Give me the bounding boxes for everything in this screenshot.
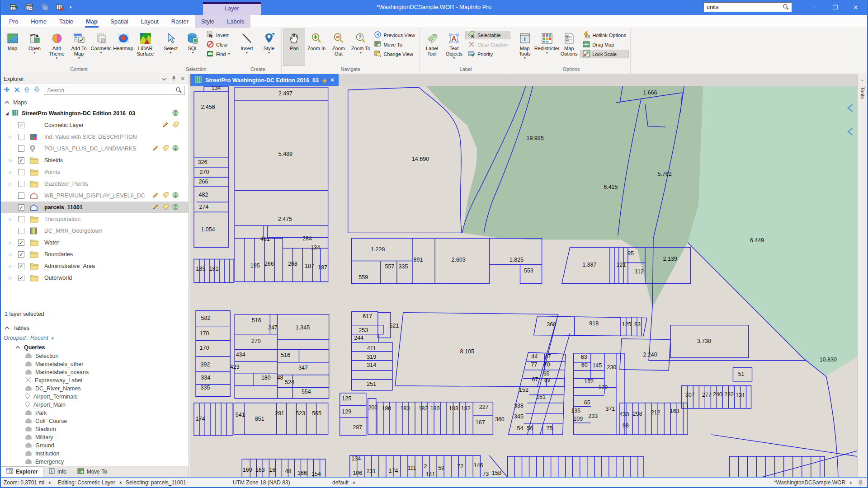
layer-visibility-checkbox[interactable]: ✓: [18, 157, 24, 164]
previous-view-button[interactable]: Previous View: [372, 31, 418, 39]
layer-visibility-checkbox[interactable]: ✓: [18, 263, 24, 269]
ribbon-tab-raster[interactable]: Raster: [165, 15, 195, 28]
status-workspace[interactable]: *WashingtonDCSample.WOR▲: [774, 479, 853, 486]
query-item-airport_terminals[interactable]: Airport_Terminals: [0, 393, 189, 401]
query-item-dc_river_names[interactable]: DC_River_Names: [0, 385, 189, 393]
remove-layer-icon[interactable]: [14, 86, 20, 94]
layer-row-dc_mrr_georgetown[interactable]: DC_MRR_Georgetown: [0, 225, 189, 237]
sql-button[interactable]: SQL▾: [182, 28, 204, 66]
collapse-icon[interactable]: [15, 344, 20, 351]
expander-icon[interactable]: ◢: [5, 111, 9, 116]
expander-icon[interactable]: ▷: [9, 170, 14, 174]
expander-icon[interactable]: ▷: [9, 182, 14, 186]
clear-custom-button[interactable]: Clear Custom: [465, 40, 510, 49]
layer-visibility-checkbox[interactable]: ✓: [18, 204, 24, 211]
layer-row-outerworld[interactable]: ▷✓Outerworld: [0, 272, 189, 284]
query-item-institution[interactable]: Institution: [0, 450, 189, 458]
query-item-military[interactable]: Military: [0, 433, 189, 441]
style-button[interactable]: Style▾: [258, 28, 280, 66]
globe-icon[interactable]: [172, 145, 179, 153]
expander-icon[interactable]: ▷: [9, 252, 14, 257]
layer-row-transportation[interactable]: ▷Transportation: [0, 213, 189, 225]
ribbon-tab-style[interactable]: Style: [195, 15, 221, 28]
zoom-in-button[interactable]: Zoom In: [305, 28, 327, 66]
move-up-icon[interactable]: [24, 86, 30, 94]
heatmap-button[interactable]: Heatmap: [112, 28, 134, 66]
layer-row-cosmetic-layer[interactable]: ✓Cosmetic Layer: [0, 119, 189, 131]
expander-icon[interactable]: ▷: [9, 240, 14, 245]
layer-row-water[interactable]: ▷✓Water: [0, 237, 189, 249]
panel-close-icon[interactable]: ✕: [181, 76, 185, 82]
lidar-surface-button[interactable]: LiDAR Surface: [134, 28, 156, 66]
layer-row-administrative_area[interactable]: ▷✓Administrative_Area: [0, 260, 189, 272]
layer-row-shields[interactable]: ▷✓Shields: [0, 155, 189, 166]
query-item-airport_main[interactable]: Airport_Main: [0, 401, 189, 409]
invert-button[interactable]: Invert: [204, 31, 232, 39]
queries-group-header[interactable]: Queries: [24, 344, 45, 351]
expander-icon[interactable]: ▷: [9, 264, 14, 268]
layer-visibility-checkbox[interactable]: ✓: [18, 239, 24, 246]
collapse-icon[interactable]: [5, 325, 9, 331]
edit-icon[interactable]: [152, 145, 159, 153]
expander-icon[interactable]: ▷: [9, 158, 14, 163]
add-theme-button[interactable]: Add Theme▾: [46, 28, 68, 66]
layer-visibility-checkbox[interactable]: ✓: [18, 122, 24, 128]
map-tools-button[interactable]: iMap Tools▾: [514, 28, 536, 66]
query-item-stadium[interactable]: Stadium: [0, 425, 189, 433]
status-segment[interactable]: UTM Zone 18 (NAD 83): [233, 479, 290, 486]
map-tree-node[interactable]: ◢StreetPro Washington-DC Edition 2016_03: [0, 108, 189, 119]
panel-tab-info[interactable]: iInfo: [43, 466, 72, 477]
maximize-button[interactable]: ❐: [825, 0, 845, 15]
panel-tab-move-to[interactable]: Move To: [72, 466, 113, 477]
zoom-out-button[interactable]: Zoom Out: [327, 28, 349, 66]
query-item-marinelabels_other[interactable]: Marinelabels_other: [0, 360, 189, 368]
insert-button[interactable]: Insert▾: [236, 28, 258, 66]
search-icon[interactable]: [783, 4, 789, 11]
edit-icon[interactable]: [162, 122, 169, 129]
lock-scale-button[interactable]: Lock Scale: [580, 50, 629, 58]
add-layer-icon[interactable]: [4, 86, 10, 94]
ribbon-tab-spatial[interactable]: Spatial: [104, 15, 135, 28]
layer-visibility-checkbox[interactable]: [18, 216, 24, 222]
status-segment[interactable]: Editing: Cosmetic Layer▲: [58, 479, 123, 486]
ribbon-tab-map[interactable]: Map: [80, 15, 104, 28]
expander-icon[interactable]: ▷: [9, 135, 14, 139]
globe-icon[interactable]: [172, 204, 179, 211]
ribbon-tab-labels[interactable]: Labels: [221, 15, 250, 28]
explorer-search-input[interactable]: Search: [44, 86, 185, 95]
layer-visibility-checkbox[interactable]: [18, 192, 24, 199]
ribbon-tab-home[interactable]: Home: [24, 15, 53, 28]
query-item-marinelabels_oceans[interactable]: Marinelabels_oceans: [0, 368, 189, 376]
notifications-bell-icon[interactable]: [858, 479, 863, 487]
clear-button[interactable]: Clear: [204, 40, 232, 49]
layer-visibility-checkbox[interactable]: ✓: [18, 275, 24, 281]
map-options-button[interactable]: Map Options: [558, 28, 580, 66]
pan-button[interactable]: Pan: [283, 28, 305, 66]
layer-row-boundaries[interactable]: ▷✓Boundaries: [0, 249, 189, 260]
expander-icon[interactable]: ▷: [9, 217, 14, 221]
layer-visibility-checkbox[interactable]: [18, 181, 24, 187]
query-item-selection[interactable]: Selection: [0, 352, 189, 360]
query-item-ground[interactable]: Ground: [0, 441, 189, 450]
find-button[interactable]: Find▾: [204, 50, 232, 58]
layer-row-gazetteer_points[interactable]: ▷Gazetteer_Points: [0, 178, 189, 190]
edit-icon[interactable]: [152, 192, 159, 200]
query-item-expressway_label[interactable]: Expressway_Label: [0, 376, 189, 385]
move-down-icon[interactable]: [34, 86, 40, 94]
status-segment[interactable]: default▲: [332, 479, 356, 486]
add-to-map-button[interactable]: Add To Map▾: [68, 28, 90, 66]
tables-group-header[interactable]: Tables: [13, 325, 29, 331]
hotlink-options-button[interactable]: Hotlink Options: [580, 31, 629, 39]
label-tag-icon[interactable]: [162, 145, 169, 153]
layer-row-poi_usa_plus_dc_landmarks[interactable]: POI_USA_PLUS_DC_LANDMARKS: [0, 143, 189, 155]
layer-visibility-checkbox[interactable]: [18, 134, 24, 140]
move-to-button[interactable]: Move To: [372, 40, 418, 49]
tools-vertical-tab[interactable]: Tools: [860, 87, 865, 99]
ribbon-tab-layout[interactable]: Layout: [135, 15, 165, 28]
globe-icon[interactable]: [172, 192, 179, 200]
layer-row-points[interactable]: ▷Points: [0, 166, 189, 178]
label-tag-icon[interactable]: [162, 204, 169, 211]
ribbon-tab-table[interactable]: Table: [53, 15, 80, 28]
panel-pin-icon[interactable]: [171, 75, 176, 83]
label-tag-icon[interactable]: [162, 192, 169, 200]
